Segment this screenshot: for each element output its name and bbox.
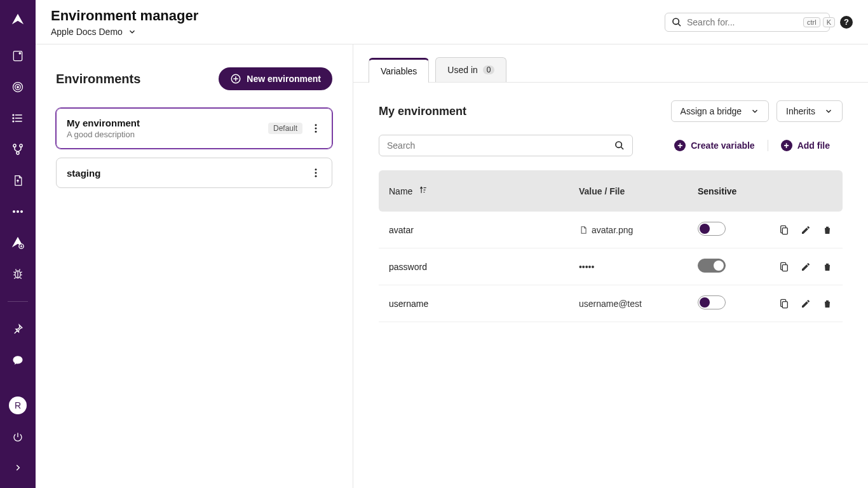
assign-bridge-dropdown[interactable]: Assign a bridge <box>671 100 770 122</box>
global-search[interactable]: ctrl K <box>665 13 830 32</box>
edit-icon[interactable] <box>801 299 811 309</box>
logo-icon[interactable] <box>11 13 25 29</box>
delete-icon[interactable] <box>822 262 832 272</box>
search-icon <box>614 140 625 151</box>
env-card-staging[interactable]: staging <box>56 158 332 188</box>
nav-branch-icon[interactable] <box>10 142 25 157</box>
environments-title: Environments <box>56 72 140 86</box>
delete-icon[interactable] <box>822 225 832 235</box>
table-row: password ••••• <box>379 248 843 285</box>
copy-icon[interactable] <box>779 299 789 309</box>
svg-point-30 <box>616 142 621 147</box>
svg-point-9 <box>13 118 14 119</box>
copy-icon[interactable] <box>779 225 789 235</box>
file-icon <box>579 226 588 234</box>
variable-search[interactable] <box>379 135 633 156</box>
svg-rect-36 <box>782 264 787 271</box>
env-description: A good description <box>67 130 261 139</box>
env-name: My environment <box>67 118 261 128</box>
svg-line-31 <box>621 147 623 149</box>
svg-rect-35 <box>782 227 787 234</box>
delete-icon[interactable] <box>822 299 832 309</box>
environments-panel: Environments New environment My environm… <box>36 44 353 488</box>
nav-target-icon[interactable] <box>10 79 25 95</box>
svg-line-20 <box>678 24 681 26</box>
nav-list-icon[interactable] <box>10 111 25 126</box>
sort-icon <box>419 186 428 194</box>
tab-variables[interactable]: Variables <box>369 58 429 83</box>
page-title: Environment manager <box>51 8 198 24</box>
var-name: username <box>379 285 569 322</box>
more-vertical-icon <box>310 123 322 134</box>
nav-more-icon[interactable] <box>10 204 25 219</box>
inherits-dropdown[interactable]: Inherits <box>776 100 843 122</box>
help-icon[interactable]: ? <box>840 16 853 29</box>
sensitive-toggle[interactable] <box>698 259 726 273</box>
sensitive-toggle[interactable] <box>698 295 726 309</box>
sidebar: R <box>0 0 36 488</box>
nav-bug-icon[interactable] <box>10 266 25 281</box>
svg-point-26 <box>315 131 317 133</box>
header: Environment manager Apple Docs Demo ctrl… <box>36 0 868 44</box>
svg-point-27 <box>315 168 317 170</box>
svg-point-16 <box>20 210 23 213</box>
nav-workspace-icon[interactable] <box>10 48 25 64</box>
panel-title: My environment <box>379 105 663 118</box>
env-more-button[interactable] <box>310 123 322 134</box>
svg-point-10 <box>13 121 14 122</box>
chevron-down-icon <box>750 107 759 116</box>
svg-point-13 <box>17 152 19 154</box>
plus-icon: + <box>781 140 792 151</box>
nav-chat-icon[interactable] <box>10 353 25 368</box>
add-file-button[interactable]: + Add file <box>768 140 843 151</box>
sensitive-toggle[interactable] <box>698 222 726 236</box>
svg-point-24 <box>315 124 317 126</box>
create-variable-button[interactable]: + Create variable <box>661 140 767 151</box>
svg-point-25 <box>315 128 317 130</box>
var-name: password <box>379 248 569 285</box>
var-value: username@test <box>569 285 688 322</box>
variable-search-input[interactable] <box>387 140 614 151</box>
variables-panel: Variables Used in 0 My environment Assig… <box>353 44 868 488</box>
variables-table: Name Value / File Sensitive avatar <box>379 170 843 322</box>
used-in-count: 0 <box>483 65 495 74</box>
user-avatar[interactable]: R <box>9 396 27 414</box>
svg-point-11 <box>13 144 16 147</box>
col-value-header: Value / File <box>569 170 688 212</box>
nav-power-icon[interactable] <box>10 430 25 445</box>
col-sensitive-header: Sensitive <box>688 170 769 212</box>
edit-icon[interactable] <box>801 262 811 272</box>
var-value: ••••• <box>569 248 688 285</box>
nav-file-icon[interactable] <box>10 173 25 188</box>
plus-circle-icon <box>230 73 241 85</box>
nav-settings-icon[interactable] <box>10 235 25 250</box>
chevron-down-icon <box>824 107 833 116</box>
global-search-input[interactable] <box>687 17 798 27</box>
svg-rect-37 <box>782 301 787 308</box>
nav-pin-icon[interactable] <box>10 322 25 337</box>
env-more-button[interactable] <box>310 167 322 179</box>
env-name: staging <box>67 168 302 179</box>
edit-icon[interactable] <box>801 225 811 235</box>
nav-expand-icon[interactable] <box>10 460 25 475</box>
tab-used-in[interactable]: Used in 0 <box>435 57 506 82</box>
more-vertical-icon <box>310 167 322 179</box>
svg-point-8 <box>13 114 14 116</box>
table-row: avatar avatar.png <box>379 212 843 248</box>
svg-point-12 <box>20 144 22 147</box>
svg-point-29 <box>315 175 317 177</box>
table-row: username username@test <box>379 285 843 322</box>
svg-point-15 <box>17 210 19 213</box>
new-environment-button[interactable]: New environment <box>219 67 332 90</box>
project-name: Apple Docs Demo <box>51 27 123 37</box>
plus-icon: + <box>674 140 686 151</box>
svg-point-1 <box>19 53 21 55</box>
copy-icon[interactable] <box>779 262 789 272</box>
svg-point-4 <box>17 86 19 88</box>
env-card-my-environment[interactable]: My environment A good description Defaul… <box>56 108 332 149</box>
default-badge: Default <box>268 123 302 134</box>
project-selector[interactable]: Apple Docs Demo <box>51 27 198 37</box>
col-name-header[interactable]: Name <box>379 170 569 212</box>
var-value: avatar.png <box>592 225 633 235</box>
svg-point-28 <box>315 172 317 174</box>
